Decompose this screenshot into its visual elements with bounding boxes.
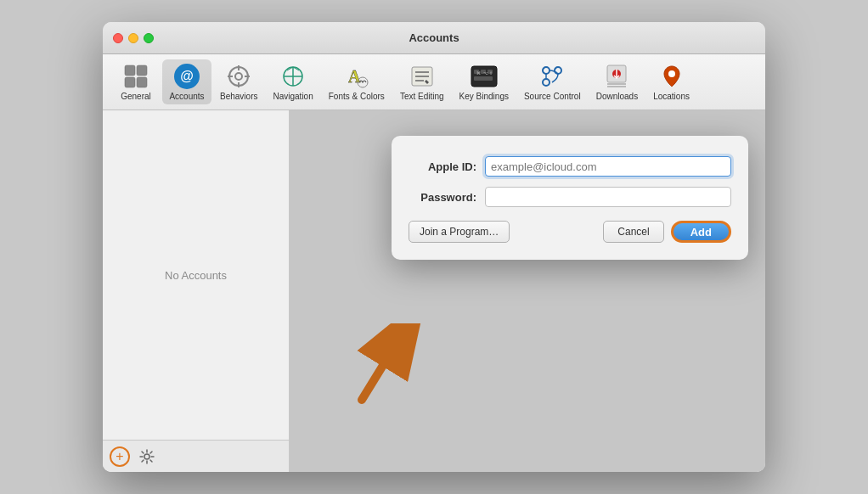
svg-rect-25 [474, 76, 493, 81]
apple-id-input[interactable] [485, 156, 731, 177]
svg-text:⌘: ⌘ [476, 70, 481, 76]
toolbar-item-downloads[interactable]: Downloads [589, 59, 645, 104]
navigation-icon [279, 63, 307, 90]
svg-point-31 [555, 67, 561, 74]
svg-rect-2 [125, 77, 135, 87]
toolbar-item-fonts-colors[interactable]: A Fonts & Colors [322, 59, 392, 104]
downloads-icon [603, 63, 630, 90]
svg-point-5 [235, 73, 242, 80]
password-row: Password: [409, 187, 731, 207]
apple-id-label: Apple ID: [409, 160, 476, 173]
locations-icon [658, 63, 685, 90]
toolbar-item-general[interactable]: General [111, 59, 161, 104]
titlebar: Accounts [103, 22, 765, 54]
svg-rect-0 [125, 65, 135, 76]
key-bindings-label: Key Bindings [459, 92, 509, 101]
cancel-button[interactable]: Cancel [603, 221, 663, 243]
accounts-label: Accounts [169, 92, 204, 101]
sidebar-toolbar: + [103, 440, 289, 472]
locations-label: Locations [653, 92, 690, 101]
toolbar-item-navigation[interactable]: Navigation [266, 59, 319, 104]
window-title: Accounts [409, 31, 459, 44]
gear-button[interactable] [137, 446, 157, 467]
toolbar: General @ Accounts Behaviors [103, 54, 765, 110]
join-program-button[interactable]: Join a Program… [409, 221, 510, 243]
add-account-modal: Apple ID: Password: Join a Program… Canc… [392, 136, 748, 260]
svg-rect-3 [137, 77, 147, 87]
behaviors-label: Behaviors [220, 92, 257, 101]
sidebar: No Accounts + [103, 110, 290, 472]
right-panel: Apple ID: Password: Join a Program… Canc… [290, 110, 765, 472]
modal-form: Apple ID: Password: Join a Program… Canc… [409, 156, 731, 243]
downloads-label: Downloads [596, 92, 638, 101]
navigation-label: Navigation [273, 92, 313, 101]
toolbar-item-locations[interactable]: Locations [646, 59, 696, 104]
no-accounts-label: No Accounts [165, 269, 227, 282]
toolbar-item-accounts[interactable]: @ Accounts [162, 59, 211, 104]
key-bindings-icon: ⌘ ⌥ ⇧ [471, 63, 498, 90]
apple-id-row: Apple ID: [409, 156, 731, 177]
modal-right-buttons: Cancel Add [603, 221, 731, 243]
add-account-button[interactable]: + [110, 446, 130, 467]
text-editing-label: Text Editing [400, 92, 444, 101]
maximize-button[interactable] [144, 33, 154, 43]
source-control-label: Source Control [524, 92, 581, 101]
svg-text:A: A [348, 67, 361, 86]
general-label: General [121, 92, 151, 101]
svg-point-38 [668, 70, 675, 77]
main-window: Accounts General @ Accounts [103, 22, 765, 472]
add-button[interactable]: Add [671, 221, 731, 243]
fonts-colors-label: Fonts & Colors [329, 92, 385, 101]
svg-text:⇧: ⇧ [489, 70, 493, 76]
behaviors-icon [225, 63, 252, 90]
toolbar-item-behaviors[interactable]: Behaviors [213, 59, 264, 104]
toolbar-item-source-control[interactable]: Source Control [517, 59, 588, 104]
traffic-lights [113, 33, 154, 43]
password-input[interactable] [485, 187, 731, 207]
accounts-icon: @ [173, 63, 200, 90]
close-button[interactable] [113, 33, 123, 43]
toolbar-item-key-bindings[interactable]: ⌘ ⌥ ⇧ Key Bindings [453, 59, 516, 104]
toolbar-item-text-editing[interactable]: Text Editing [393, 59, 451, 104]
svg-point-30 [543, 79, 550, 86]
svg-text:⌥: ⌥ [483, 70, 488, 76]
accounts-list: No Accounts [103, 110, 289, 440]
minimize-button[interactable] [128, 33, 138, 43]
general-icon [122, 63, 149, 90]
svg-rect-1 [137, 65, 147, 76]
main-content: No Accounts + [103, 110, 765, 472]
password-label: Password: [409, 191, 476, 204]
modal-buttons: Join a Program… Cancel Add [409, 221, 731, 243]
text-editing-icon [409, 63, 436, 90]
fonts-colors-icon: A [343, 63, 370, 90]
svg-point-29 [543, 67, 550, 74]
modal-backdrop: Apple ID: Password: Join a Program… Canc… [290, 110, 765, 472]
source-control-icon [538, 63, 566, 90]
